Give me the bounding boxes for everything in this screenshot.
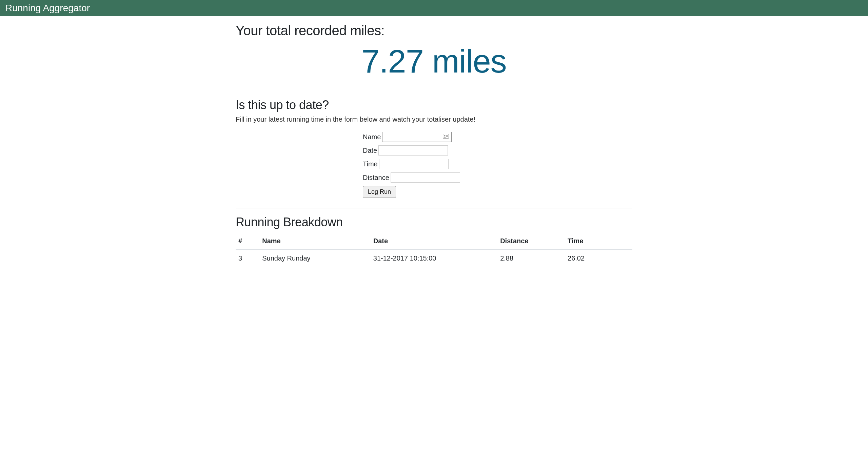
form-row-time: Time [363, 159, 505, 169]
name-label: Name [363, 133, 381, 141]
cell-distance: 2.88 [497, 249, 565, 267]
cell-name: Sunday Runday [259, 249, 371, 267]
cell-time: 26.02 [565, 249, 632, 267]
main-container: Your total recorded miles: 7.27 miles Is… [231, 23, 637, 267]
divider [236, 208, 632, 208]
cell-date: 31-12-2017 10:15:00 [371, 249, 497, 267]
date-input[interactable] [378, 145, 448, 156]
date-label: Date [363, 147, 377, 154]
time-label: Time [363, 160, 378, 168]
divider [236, 91, 632, 91]
navbar: Running Aggregator [0, 0, 868, 16]
update-lead-text: Fill in your latest running time in the … [236, 116, 632, 123]
total-miles-value: 7.27 miles [236, 42, 632, 81]
distance-label: Distance [363, 174, 389, 182]
col-index: # [236, 233, 259, 250]
col-name: Name [259, 233, 371, 250]
breakdown-table: # Name Date Distance Time 3 Sunday Runda… [236, 233, 632, 267]
form-row-date: Date [363, 145, 505, 156]
form-row-distance: Distance [363, 172, 505, 183]
col-date: Date [371, 233, 497, 250]
navbar-brand: Running Aggregator [5, 3, 90, 13]
form-row-name: Name [363, 132, 505, 142]
update-heading: Is this up to date? [236, 98, 632, 112]
cell-index: 3 [236, 249, 259, 267]
table-row: 3 Sunday Runday 31-12-2017 10:15:00 2.88… [236, 249, 632, 267]
col-distance: Distance [497, 233, 565, 250]
log-run-button[interactable]: Log Run [363, 186, 396, 198]
col-time: Time [565, 233, 632, 250]
name-input[interactable] [382, 132, 452, 142]
table-header-row: # Name Date Distance Time [236, 233, 632, 250]
total-miles-heading: Your total recorded miles: [236, 23, 632, 38]
log-run-form: Name Date Time Distance Log Run [363, 132, 505, 198]
breakdown-heading: Running Breakdown [236, 215, 632, 229]
distance-input[interactable] [391, 172, 460, 183]
form-row-submit: Log Run [363, 186, 505, 198]
time-input[interactable] [379, 159, 449, 169]
